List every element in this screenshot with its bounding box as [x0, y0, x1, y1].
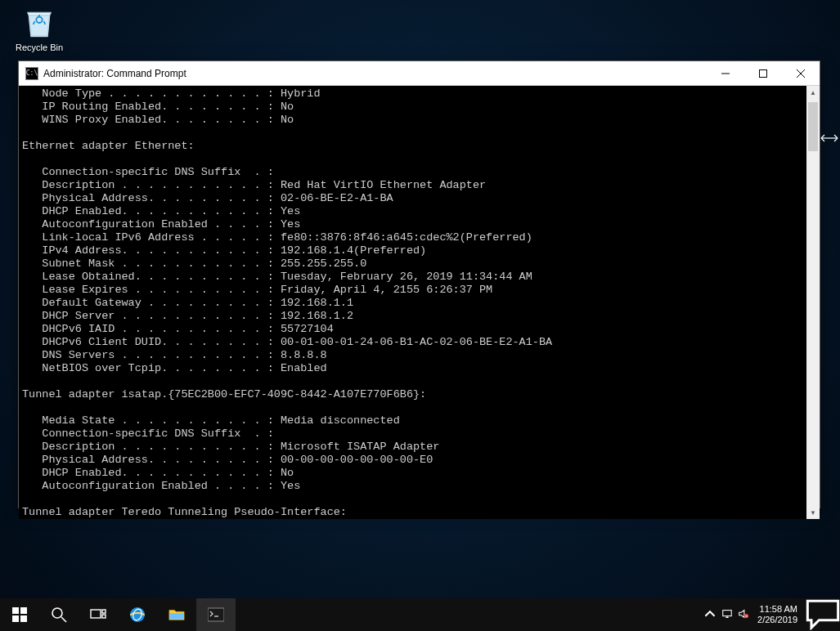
- recycle-bin-icon: [21, 5, 57, 41]
- cmd-app-icon: C:\: [25, 67, 38, 80]
- taskbar-spacer: [236, 598, 699, 631]
- scroll-down-arrow-icon[interactable]: ▼: [806, 506, 820, 519]
- svg-rect-1: [12, 607, 19, 614]
- tray-time-text: 11:58 AM: [757, 604, 797, 615]
- svg-rect-3: [12, 615, 19, 622]
- tray-overflow-button[interactable]: [703, 608, 716, 621]
- maximize-button[interactable]: [744, 61, 782, 85]
- svg-rect-7: [102, 610, 106, 613]
- command-prompt-window: C:\ Administrator: Command Prompt Node T…: [18, 60, 820, 508]
- action-center-button[interactable]: [806, 598, 840, 631]
- file-explorer-icon: [168, 606, 185, 623]
- svg-rect-13: [723, 611, 732, 616]
- chevron-up-icon: [704, 608, 716, 620]
- svg-rect-0: [760, 69, 767, 77]
- tray-network-button[interactable]: [721, 608, 733, 621]
- scrollbar-track[interactable]: [806, 99, 820, 506]
- resize-horizontal-cursor-icon: [820, 131, 838, 139]
- svg-rect-6: [91, 610, 101, 618]
- command-prompt-icon: [208, 606, 224, 623]
- action-center-icon: [806, 599, 840, 629]
- window-titlebar[interactable]: C:\ Administrator: Command Prompt: [19, 61, 820, 86]
- task-view-icon: [90, 606, 106, 623]
- search-button[interactable]: [39, 598, 79, 631]
- task-view-button[interactable]: [79, 598, 118, 631]
- svg-rect-2: [20, 607, 27, 614]
- scroll-up-arrow-icon[interactable]: ▲: [806, 86, 820, 99]
- close-icon: [797, 69, 805, 78]
- taskbar-command-prompt[interactable]: [196, 598, 236, 631]
- svg-point-5: [52, 608, 62, 618]
- system-tray: 11:58 AM 2/26/2019: [699, 598, 806, 631]
- tray-date-text: 2/26/2019: [757, 615, 797, 625]
- minimize-button[interactable]: [707, 61, 744, 85]
- start-button[interactable]: [0, 598, 39, 631]
- taskbar-internet-explorer[interactable]: [118, 598, 157, 631]
- internet-explorer-icon: [128, 605, 147, 624]
- windows-start-icon: [11, 606, 28, 623]
- tray-volume-button[interactable]: [738, 608, 749, 621]
- recycle-bin-label: Recycle Bin: [16, 43, 63, 52]
- search-icon: [51, 606, 67, 623]
- scrollbar-thumb[interactable]: [808, 102, 818, 151]
- taskbar-file-explorer[interactable]: [157, 598, 196, 631]
- terminal-output[interactable]: Node Type . . . . . . . . . . . . : Hybr…: [19, 86, 806, 519]
- svg-rect-11: [170, 613, 183, 619]
- vertical-scrollbar[interactable]: ▲ ▼: [806, 86, 820, 519]
- taskbar: 11:58 AM 2/26/2019: [0, 598, 840, 631]
- network-icon: [721, 608, 733, 620]
- recycle-bin-desktop-icon[interactable]: Recycle Bin: [11, 5, 67, 52]
- svg-rect-12: [208, 608, 224, 621]
- close-button[interactable]: [782, 61, 820, 85]
- svg-rect-4: [20, 615, 27, 622]
- maximize-icon: [759, 69, 767, 78]
- window-title: Administrator: Command Prompt: [43, 68, 186, 79]
- volume-muted-icon: [738, 608, 749, 620]
- minimize-icon: [721, 69, 730, 78]
- tray-clock[interactable]: 11:58 AM 2/26/2019: [754, 604, 801, 625]
- svg-rect-8: [102, 615, 106, 618]
